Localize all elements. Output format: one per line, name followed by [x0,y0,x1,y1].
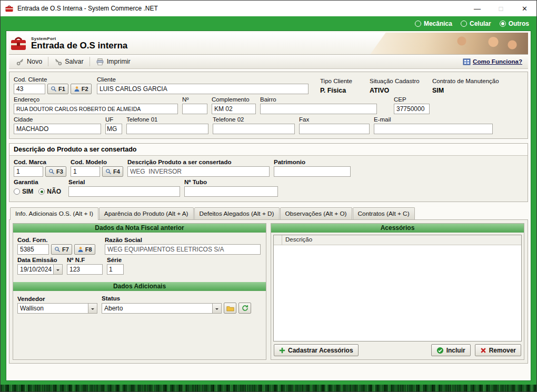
cliente-input[interactable] [97,84,309,94]
mode-radio-celular[interactable]: Celular [461,20,491,27]
mode-radio-mecanica[interactable]: Mecânica [415,20,452,27]
radio-icon [461,21,467,27]
tab-defeitos-alegados[interactable]: Defeitos Alegados (Alt + D) [194,207,280,219]
buscar-fornecedor-f7-button[interactable]: F7 [51,244,72,255]
cidade-input[interactable] [14,124,101,134]
telefone2-input[interactable] [213,124,295,134]
acessorios-list-body[interactable] [274,245,521,341]
radio-icon [38,188,45,195]
acessorios-panel: Acessórios Descrição Cadastrar Acessório… [271,223,524,360]
atualizar-status-button[interactable] [238,303,251,314]
numero-nf-input[interactable] [67,264,103,275]
cadastrar-acessorios-button[interactable]: Cadastrar Acessórios [274,344,359,356]
vendedor-label: Vendedor [17,296,97,302]
cadastro-fornecedor-f8-button[interactable]: F8 [74,244,95,255]
cod-forn-input[interactable] [17,244,49,255]
abrir-status-button[interactable] [224,303,236,314]
descricao-produto-input[interactable] [127,166,270,177]
tubo-input[interactable] [184,186,278,197]
email-input[interactable] [374,124,493,134]
fax-input[interactable] [299,124,370,134]
page-title: Entrada de O.S interna [31,41,127,51]
remover-button[interactable]: Remover [475,344,521,356]
radio-icon [500,21,506,27]
patrimonio-input[interactable] [274,166,351,177]
f7-label: F7 [62,246,69,253]
tipo-cliente-value: P. Física [320,87,362,94]
mode-label: Celular [470,20,491,27]
acessorios-list[interactable]: Descrição [273,235,522,341]
cod-modelo-label: Cod. Modelo [71,159,123,165]
imprimir-button[interactable]: Imprimir [91,56,135,67]
header-banner: SystemPort Entrada de O.S interna [9,33,528,55]
incluir-button[interactable]: Incluir [431,344,471,356]
row-selector-column [274,235,282,245]
cep-input[interactable] [394,104,430,114]
close-button[interactable]: ✕ [513,1,536,16]
cod-cliente-label: Cod. Cliente [14,76,93,83]
status-combo[interactable]: Aberto [102,303,222,314]
cod-cliente-input[interactable] [14,84,45,94]
numero-input[interactable] [182,104,207,114]
f4-label: F4 [113,168,120,175]
fax-label: Fax [299,116,370,123]
cod-modelo-input[interactable] [71,166,100,177]
tubo-label: Nº Tubo [184,179,278,185]
cadastro-cliente-f2-button[interactable]: F2 [71,84,92,94]
tab-observacoes[interactable]: Observações (Alt + O) [280,207,352,219]
descricao-produto-label: Descrição Produto a ser consertado [127,159,270,165]
systemport-logo-icon [9,35,28,52]
complemento-label: Complemento [212,96,256,103]
tab-aparencia-produto[interactable]: Aparência do Produto (Alt + A) [99,207,194,219]
contrato-manutencao-value: SIM [432,87,511,94]
patrimonio-label: Patrimonio [274,159,351,165]
bairro-input[interactable] [260,104,377,114]
bairro-label: Bairro [260,96,377,103]
tab-info-adicionais[interactable]: Info. Adicionais O.S. (Alt + I) [10,207,98,220]
mode-bar: Mecânica Celular Outros [1,16,536,31]
telefone1-input[interactable] [126,124,208,134]
garantia-sim-radio[interactable]: SIM [14,188,33,195]
serie-input[interactable] [107,264,124,275]
acessorios-header: Acessórios [271,224,524,233]
tab-content: Dados da Nota Fiscal anterior Cod. Forn.… [9,219,528,364]
person-icon [77,246,84,253]
status-value: Aberto [102,304,212,313]
novo-button[interactable]: Novo [12,56,47,67]
vendedor-combo[interactable]: Wallison [17,303,97,314]
como-funciona-link[interactable]: Como Funciona? [460,57,525,66]
garantia-nao-radio[interactable]: NÃO [38,188,61,195]
titlebar: Entrada de O.S Interna - System Commerce… [1,1,536,16]
serial-input[interactable] [68,186,180,197]
salvar-button[interactable]: Salvar [49,56,88,67]
mode-radio-outros[interactable]: Outros [500,20,529,27]
banner-photo [370,33,528,55]
search-icon [54,246,61,253]
plus-icon [279,347,285,354]
complemento-input[interactable] [212,104,256,114]
radio-icon [14,188,20,195]
vendedor-value: Wallison [18,304,88,313]
endereco-input[interactable] [14,104,178,114]
buscar-marca-f3-button[interactable]: F3 [45,166,66,177]
toolbar-separator [48,57,48,66]
tab-contratos[interactable]: Contratos (Alt + C) [353,207,415,219]
maximize-button[interactable]: □ [489,1,513,16]
razao-social-input[interactable] [105,244,261,255]
razao-social-label: Razão Social [105,237,261,243]
buscar-modelo-f4-button[interactable]: F4 [102,166,123,177]
minimize-button[interactable]: — [465,1,489,16]
cod-marca-input[interactable] [14,166,43,177]
data-emissao-combo[interactable]: 19/10/2024 [17,264,63,275]
check-circle-icon [436,347,444,354]
garantia-label: Garantia [14,179,64,185]
data-emissao-label: Data Emissão [17,257,63,263]
cliente-label: Cliente [97,76,309,83]
mode-label: Outros [509,20,529,27]
buscar-cliente-f1-button[interactable]: F1 [47,84,68,94]
acessorios-list-header: Descrição [274,235,521,245]
search-icon [105,168,112,175]
uf-input[interactable] [105,124,122,134]
client-panel: Cod. Cliente F1 F2 Cliente [9,72,528,139]
situacao-cadastro-value: ATIVO [370,87,425,94]
